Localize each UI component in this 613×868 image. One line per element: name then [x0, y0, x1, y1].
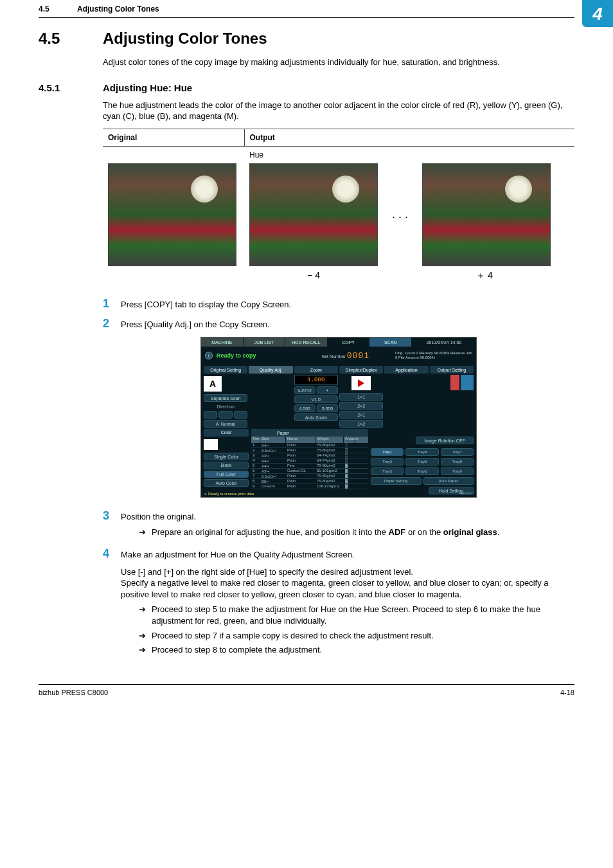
hdr-quality-adj[interactable]: Quality Adj. [249, 366, 292, 374]
subsection-heading-number: 4.5.1 [39, 82, 103, 93]
header-section-number: 4.5 [39, 5, 77, 14]
substep-3-1: Prepare an original for adjusting the hu… [152, 527, 499, 538]
tray2-button[interactable]: Tray2 [371, 458, 404, 466]
timestamp: 2013/04/24 14:00 [412, 338, 476, 347]
copy-screen-screenshot: MACHINE JOB LIST HDD RECALL COPY SCAN 20… [200, 337, 477, 498]
footer-rotation[interactable]: Rotation [459, 491, 474, 496]
duplex-1-2[interactable]: 1>2 [339, 420, 383, 428]
paper-row[interactable]: 3A3↪Plain64-74g/m2▒ [251, 453, 368, 458]
subsection-intro: The hue adjustment leads the color of th… [103, 100, 574, 122]
hdr-application[interactable]: Application [384, 366, 428, 374]
dir-btn-3[interactable] [234, 411, 247, 419]
subsection-heading: 4.5.1 Adjusting Hue: Hue [39, 82, 574, 93]
thumbnail-original [108, 163, 236, 266]
hdr-paper: Paper [251, 429, 368, 437]
set-number-label: Set Number [321, 354, 345, 359]
thumbnail-output-plus [422, 163, 551, 266]
zoom-plus[interactable]: + [317, 386, 338, 394]
chapter-badge: 4 [582, 0, 613, 27]
hdr-color: Color [204, 429, 249, 437]
section-intro: Adjust color tones of the copy image by … [103, 57, 574, 68]
ready-text: Ready to copy [217, 352, 256, 359]
black-button[interactable]: Black [204, 462, 249, 469]
zoom-v-button[interactable]: V1.0 [294, 395, 338, 403]
paper-row[interactable]: 9CustomPlain106-135g/m2▓ [251, 484, 368, 489]
separate-scan-button[interactable]: Separate Scan [204, 394, 247, 402]
tray4-button[interactable]: Tray4 [405, 448, 438, 456]
col-header-original: Original [103, 129, 244, 146]
tab-machine[interactable]: MACHINE [201, 338, 244, 347]
tray7-button[interactable]: Tray7 [441, 448, 474, 456]
tray8-button[interactable]: Tray8 [441, 458, 474, 466]
zoom-0000[interactable]: 0.000 [317, 404, 338, 412]
paper-row[interactable]: 5A4↪Fine75-80g/m2▓ [251, 464, 368, 469]
tray6-button[interactable]: Tray6 [405, 467, 438, 475]
single-color-button[interactable]: Single Color [204, 453, 249, 460]
paper-row[interactable]: 28.5x11↩Plain75-80g/m2▒ [251, 448, 368, 453]
tab-scan[interactable]: SCAN [369, 338, 412, 347]
paper-row[interactable]: 78.5x11↩Plain75-80g/m2▓ [251, 474, 368, 479]
duplex-2-1[interactable]: 2>1 [339, 411, 383, 419]
arrow-icon: ➔ [139, 604, 152, 627]
duplex-2-2[interactable]: 2>2 [339, 402, 383, 410]
section-heading: 4.5 Adjusting Color Tones [39, 30, 574, 48]
hdr-zoom[interactable]: Zoom [294, 366, 338, 374]
tab-hddrecall[interactable]: HDD RECALL [285, 338, 328, 347]
tab-copy[interactable]: COPY [328, 338, 370, 347]
auto-color-button[interactable]: Auto Color [204, 479, 249, 487]
dir-btn-2[interactable] [218, 411, 232, 419]
zoom-4000[interactable]: 4.000 [294, 404, 315, 412]
hdr-simplex-duplex[interactable]: Simplex/Duplex [339, 366, 383, 374]
tab-joblist[interactable]: JOB LIST [244, 338, 286, 347]
footer-product: bizhub PRESS C8000 [39, 689, 108, 696]
step-4-para: Use [-] and [+] on the right side of [Hu… [121, 566, 574, 601]
substep-4-3: Proceed to step 8 to complete the adjust… [152, 644, 322, 656]
hdr-output-setting[interactable]: Output Setting [430, 366, 474, 374]
paper-row[interactable]: 8B5↩Plain75-80g/m2▓ [251, 479, 368, 484]
direction-label: Direction [204, 403, 247, 410]
paper-col-name: Name [286, 437, 315, 443]
arrow-icon: ➔ [139, 527, 152, 538]
paper-row[interactable]: 4A4↩Plain64-74g/m2▒ [251, 458, 368, 464]
step-text-4: Make an adjustment for Hue on the Qualit… [121, 550, 354, 559]
paper-setting-button[interactable]: Paper Setting [371, 477, 422, 485]
tray9-button[interactable]: Tray9 [441, 467, 474, 475]
output-icon-1 [450, 375, 459, 390]
step-number-3: 3 [103, 509, 121, 541]
auto-zoom-button[interactable]: Auto Zoom [294, 413, 338, 421]
hdr-original-setting[interactable]: Original Setting [204, 366, 247, 374]
section-heading-number: 4.5 [39, 30, 103, 48]
tray5-button[interactable]: Tray5 [405, 458, 438, 466]
thumbnail-output-minus [249, 163, 378, 266]
paper-col-tray: Tray [251, 437, 260, 443]
tray1-button[interactable]: Tray1 [371, 448, 404, 456]
arrow-icon: ➔ [139, 644, 152, 656]
ellipsis: . . . [389, 208, 411, 221]
step-text-3: Position the original. [121, 512, 196, 521]
paper-col-weight: Weight [315, 437, 344, 443]
full-color-button[interactable]: Full Color [204, 471, 249, 478]
dir-btn-1[interactable] [204, 411, 217, 419]
footer-page: 4-18 [560, 689, 574, 696]
normal-button[interactable]: ANormal [204, 420, 247, 428]
color-swatch-icon [204, 439, 218, 450]
col-header-output: Output [244, 129, 574, 146]
paper-row[interactable]: 6A3↪Coated-GL81-105g/m2▓ [251, 469, 368, 474]
tray3-button[interactable]: Tray3 [371, 467, 404, 475]
caption-minus: − 4 [249, 270, 378, 282]
paper-row[interactable]: 1A4↩Plain75-80g/m2░ [251, 443, 368, 448]
zoom-minus[interactable]: \u2212 [294, 386, 315, 394]
paper-col-amount: Amount [344, 437, 355, 443]
orientation-a-icon: A [204, 376, 222, 392]
image-rotation-button[interactable]: Image Rotation OFF [416, 437, 474, 444]
auto-paper-button[interactable]: Auto Paper [423, 477, 474, 485]
set-number-value: 0001 [347, 351, 369, 361]
duplex-1-1[interactable]: 1>1 [339, 393, 383, 401]
section-heading-title: Adjusting Color Tones [103, 30, 267, 48]
substep-4-2: Proceed to step 7 if a sample copy is de… [152, 630, 434, 642]
zoom-value: 1.000 [294, 375, 338, 385]
subsection-heading-title: Adjusting Hue: Hue [103, 82, 192, 93]
paper-col-size: Size [260, 437, 286, 443]
info-icon: i [205, 352, 213, 359]
duplex-preview-icon [351, 376, 371, 390]
